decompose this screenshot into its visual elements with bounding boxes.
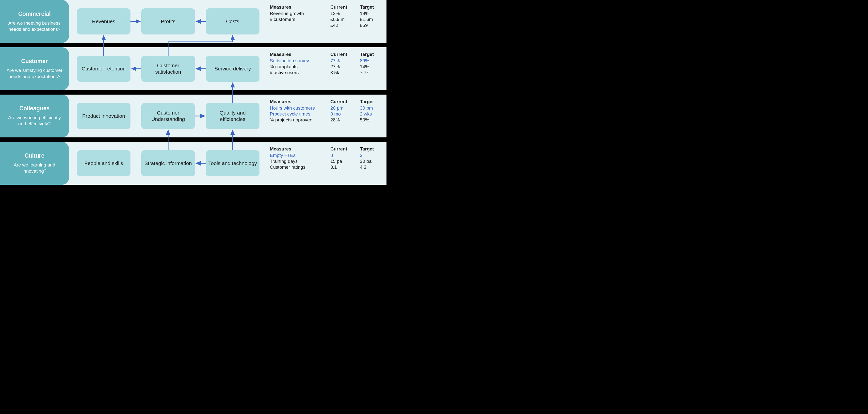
measure-value[interactable]: Empty FTEs [270,153,330,158]
measure-value: 15 pa [330,158,360,164]
measure-value: 14% [360,64,386,69]
measures-header: Measures [270,146,330,152]
measures-header: Target [360,99,386,105]
measure-value: 4.3 [360,165,386,170]
measures-commercial: MeasuresRevenue growth# customersCurrent… [267,0,386,43]
measure-value[interactable]: 2 [360,153,386,158]
row-header-colleagues: ColleaguesAre we working efficiently and… [0,95,69,138]
measures-header: Target [360,4,386,10]
measure-value[interactable]: 8 [330,153,360,158]
node-colleagues-1: Customer Understanding [141,103,195,129]
measure-value: Training days [270,158,330,164]
node-colleagues-2: Quality and efficiencies [206,103,259,129]
measure-value: £42 [330,23,360,28]
measures-colleagues: MeasuresHours with customersProduct cycl… [267,95,386,138]
row-header-customer: CustomerAre we satisfying customer needs… [0,47,69,90]
measures-customer: MeasuresSatisfaction survey% complaints#… [267,47,386,90]
measure-value[interactable]: 2 wks [360,111,386,117]
measure-value: Customer ratings [270,165,330,170]
row-title: Colleagues [5,105,63,112]
measures-header: Current [330,99,360,105]
measure-value: 28% [330,117,360,123]
nodes-customer: Customer retentionCustomer satisfactionS… [69,47,267,90]
row-subtitle: Are we learning and innovating? [5,162,63,174]
row-header-commercial: CommercialAre we meeting business needs … [0,0,69,43]
measures-header: Target [360,146,386,152]
row-title: Customer [5,58,63,64]
nodes-colleagues: Product innovationCustomer Understanding… [69,95,267,138]
measure-value: % complaints [270,64,330,69]
node-customer-0: Customer retention [77,56,130,82]
measure-value: # customers [270,17,330,22]
node-culture-0: People and skills [77,150,130,176]
node-culture-1: Strategic information [141,150,195,176]
measures-header: Current [330,52,360,57]
measures-header: Target [360,52,386,57]
measures-header: Current [330,4,360,10]
measures-culture: MeasuresEmpty FTEsTraining daysCustomer … [267,142,386,185]
row-title: Culture [5,152,63,159]
measure-value[interactable]: 3 mo [330,111,360,117]
node-commercial-1: Profits [141,8,195,34]
measure-value[interactable]: Product cycle times [270,111,330,117]
node-commercial-0: Revenues [77,8,130,34]
node-customer-2: Service delivery [206,56,259,82]
node-customer-1: Customer satisfaction [141,56,195,82]
measure-value[interactable]: Hours with customers [270,106,330,111]
measure-value: Revenue growth [270,11,330,16]
measure-value: 12% [330,11,360,16]
measure-value[interactable]: 30 pm [360,106,386,111]
measure-value[interactable]: Satisfaction survey [270,58,330,63]
perspective-row-customer: CustomerAre we satisfying customer needs… [0,47,386,90]
measure-value: 3.1 [330,165,360,170]
measure-value: £1.6m [360,17,386,22]
measure-value: 19% [360,11,386,16]
row-title: Commercial [5,10,63,17]
measure-value[interactable]: 89% [360,58,386,63]
measures-header: Measures [270,52,330,57]
perspective-row-colleagues: ColleaguesAre we working efficiently and… [0,95,386,138]
measure-value[interactable]: 20 pm [330,106,360,111]
measures-header: Measures [270,4,330,10]
nodes-culture: People and skillsStrategic informationTo… [69,142,267,185]
measure-value: 50% [360,117,386,123]
node-culture-2: Tools and technology [206,150,259,176]
measure-value: £0.9 m [330,17,360,22]
node-commercial-2: Costs [206,8,259,34]
measure-value: % projects approved [270,117,330,123]
row-header-culture: CultureAre we learning and innovating? [0,142,69,185]
nodes-commercial: RevenuesProfitsCosts [69,0,267,43]
measure-value: £59 [360,23,386,28]
measures-header: Measures [270,99,330,105]
perspective-row-culture: CultureAre we learning and innovating?Pe… [0,142,386,185]
measure-value: 30 pa [360,158,386,164]
row-subtitle: Are we working efficiently and effective… [5,115,63,127]
measure-value[interactable]: 77% [330,58,360,63]
node-colleagues-0: Product innovation [77,103,130,129]
measures-header: Current [330,146,360,152]
measure-value: # active users [270,70,330,76]
row-subtitle: Are we meeting business needs and expect… [5,20,63,32]
measure-value: 7.7k [360,70,386,76]
perspective-row-commercial: CommercialAre we meeting business needs … [0,0,386,43]
measure-value: 27% [330,64,360,69]
row-subtitle: Are we satisfying customer needs and exp… [5,67,63,80]
measure-value: 3.5k [330,70,360,76]
